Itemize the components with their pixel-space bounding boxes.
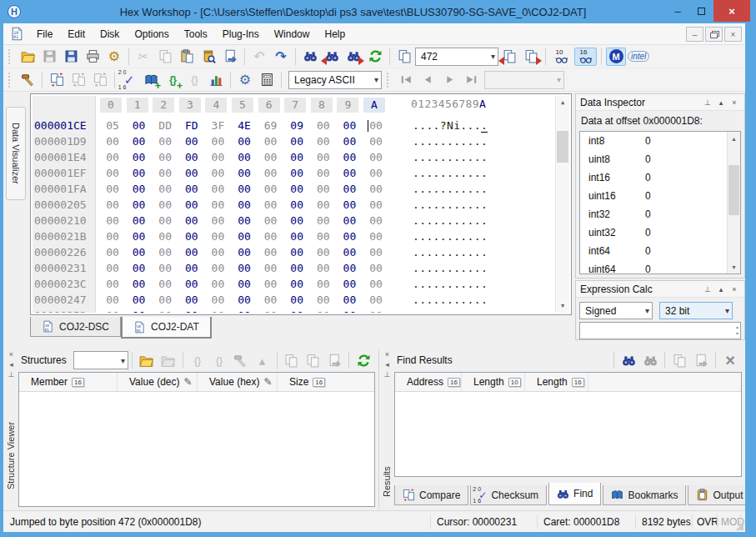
hex-byte[interactable]: 00 <box>178 276 205 292</box>
tab-compare[interactable]: Compare <box>394 485 468 505</box>
goto-offset-button[interactable] <box>394 48 414 66</box>
hex-byte[interactable]: 00 <box>178 149 205 165</box>
ascii-char[interactable]: . <box>468 198 474 211</box>
ascii-char[interactable]: . <box>474 309 481 313</box>
hex-byte[interactable]: 00 <box>126 308 153 313</box>
ascii-char[interactable]: . <box>433 119 440 132</box>
ascii-char[interactable]: . <box>481 294 488 306</box>
hex-byte[interactable]: 00 <box>336 118 363 133</box>
ascii-char[interactable]: . <box>440 294 447 306</box>
menu-item-tools[interactable]: Tools <box>177 23 215 44</box>
first-bookmark-button[interactable] <box>396 71 416 89</box>
hex-byte[interactable]: 00 <box>99 228 126 244</box>
hex-byte[interactable]: 00 <box>178 181 205 197</box>
ascii-char[interactable]: . <box>440 151 447 163</box>
ascii-cell[interactable]: ........... <box>413 244 488 260</box>
ascii-char[interactable]: . <box>426 262 433 274</box>
ascii-cell[interactable]: ........... <box>413 228 488 244</box>
ascii-char[interactable]: . <box>468 294 474 306</box>
add-bookmark-button[interactable]: + <box>141 71 161 89</box>
hex-byte[interactable]: 00 <box>363 244 389 260</box>
hex-byte[interactable]: 00 <box>310 133 337 149</box>
dock-collapse-icon[interactable]: ◂ <box>9 360 13 369</box>
ascii-char[interactable]: . <box>413 167 419 179</box>
hex-byte[interactable]: 00 <box>231 276 258 292</box>
pin-icon[interactable]: ⊥ <box>702 97 713 108</box>
hex-byte[interactable]: 00 <box>310 276 337 292</box>
column-size[interactable]: Size16 <box>278 373 341 391</box>
mdi-close-button[interactable]: × <box>724 27 742 42</box>
inspector-scrollbar[interactable]: ▲ ▼ <box>727 132 740 274</box>
ascii-char[interactable]: . <box>481 230 488 243</box>
inspector-row[interactable]: int80 <box>580 132 740 150</box>
inspector-row[interactable]: int320 <box>580 205 740 223</box>
hex-byte[interactable]: 3F <box>204 118 231 133</box>
ascii-char[interactable]: . <box>426 167 433 179</box>
hex-byte[interactable]: 00 <box>126 181 153 197</box>
ascii-char[interactable]: . <box>413 135 419 148</box>
hex-byte[interactable]: 00 <box>363 276 389 292</box>
hex-byte[interactable]: 00 <box>126 260 153 276</box>
ascii-char[interactable]: . <box>433 214 440 227</box>
hex-byte[interactable]: 00 <box>126 118 153 133</box>
dock-close-icon[interactable]: × <box>385 350 389 359</box>
ascii-cell[interactable]: ........... <box>413 276 488 292</box>
tab-checksum[interactable]: ✓ Checksum <box>470 485 547 505</box>
base-decimal-button[interactable]: 10 <box>550 48 573 66</box>
next-bookmark-button[interactable] <box>439 71 459 89</box>
ascii-char[interactable]: . <box>474 262 481 274</box>
hex-byte[interactable]: 00 <box>204 244 231 260</box>
hex-byte[interactable]: 00 <box>310 165 337 181</box>
hex-byte[interactable]: 00 <box>336 260 363 276</box>
hex-format-icon[interactable]: 16 <box>572 378 584 387</box>
menu-item-help[interactable]: Help <box>317 23 353 44</box>
hex-byte[interactable]: 00 <box>310 213 337 228</box>
hex-byte[interactable]: 00 <box>178 213 205 228</box>
ascii-char[interactable]: . <box>460 198 467 211</box>
ascii-char[interactable]: . <box>447 183 453 195</box>
ascii-char[interactable]: . <box>413 183 419 195</box>
ascii-cell[interactable]: ........... <box>413 292 488 308</box>
hex-byte[interactable]: 4E <box>231 118 258 133</box>
status-ovr-flag[interactable]: OVR <box>697 511 718 532</box>
ascii-char[interactable]: . <box>440 309 447 313</box>
ascii-char[interactable]: . <box>447 230 453 243</box>
hex-byte[interactable]: 00 <box>178 133 205 149</box>
hex-byte[interactable]: 00 <box>178 228 205 244</box>
ascii-char[interactable]: . <box>468 246 474 258</box>
ascii-char[interactable]: . <box>433 167 440 179</box>
hex-byte[interactable]: 00 <box>231 308 258 313</box>
hex-byte[interactable]: 00 <box>336 244 363 260</box>
find-clear-button[interactable] <box>640 351 660 369</box>
ascii-char[interactable]: . <box>426 309 433 313</box>
hex-byte[interactable]: 00 <box>283 181 310 197</box>
maximize-button[interactable] <box>690 0 712 22</box>
compare-files-button[interactable] <box>47 71 67 89</box>
undo-button[interactable]: ↶ <box>249 48 269 66</box>
hex-byte[interactable]: 00 <box>231 228 258 244</box>
hex-byte[interactable]: 00 <box>231 244 258 260</box>
bits-combobox[interactable]: 32 bit ▾ <box>659 302 733 319</box>
hex-byte[interactable]: 00 <box>231 260 258 276</box>
copy-structure-button[interactable] <box>281 351 301 369</box>
hex-byte[interactable]: 00 <box>99 149 126 165</box>
hex-byte[interactable]: 00 <box>283 244 310 260</box>
previous-bookmark-button[interactable] <box>418 71 438 89</box>
motorola-byte-order-button[interactable]: M <box>606 48 626 66</box>
hex-byte[interactable]: 00 <box>152 260 178 276</box>
close-panel-icon[interactable]: × <box>728 284 740 295</box>
hex-byte[interactable]: 00 <box>336 133 363 149</box>
ascii-char[interactable]: . <box>426 119 433 132</box>
menu-item-edit[interactable]: Edit <box>60 23 93 44</box>
hex-byte[interactable]: 00 <box>178 197 205 213</box>
hex-byte[interactable]: 00 <box>126 213 153 228</box>
compare-next-button[interactable] <box>68 71 88 89</box>
hex-byte[interactable]: 05 <box>99 118 126 133</box>
hex-byte[interactable]: 00 <box>231 197 258 213</box>
dock-collapse-icon[interactable]: ◂ <box>385 360 389 369</box>
open-structure-button[interactable] <box>137 351 157 369</box>
hex-byte[interactable]: 00 <box>126 149 153 165</box>
pin-icon[interactable]: ⊥ <box>702 284 713 295</box>
offset-combobox[interactable]: 472 ▾ <box>415 48 498 66</box>
hex-format-icon[interactable]: 16 <box>448 378 460 387</box>
